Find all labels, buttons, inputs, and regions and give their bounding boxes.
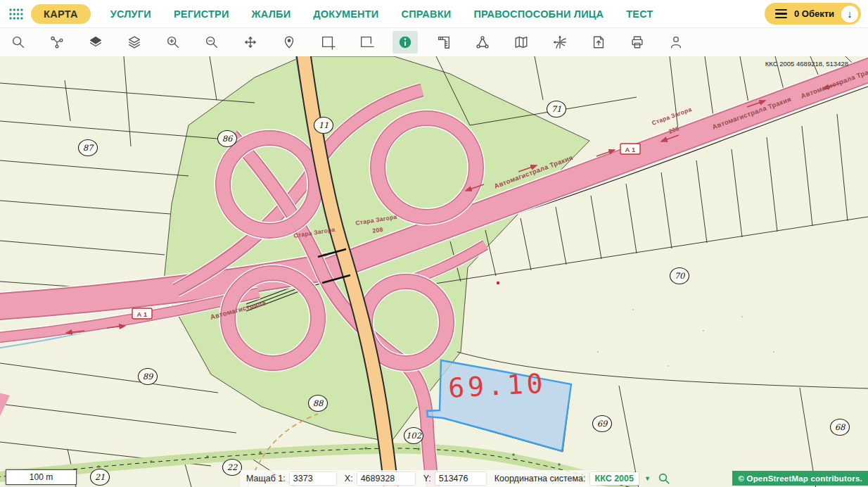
svg-text:11: 11 [319,120,329,130]
map-canvas[interactable]: 69.10 А 1А 1 Автомагистрала ТракияАвтома… [0,56,868,487]
svg-text:87: 87 [83,143,94,153]
x-label: X: [345,474,353,483]
svg-text:А 1: А 1 [625,146,637,153]
measure-area-tool-button[interactable] [470,31,495,53]
svg-text:22: 22 [227,462,238,472]
tab-karta[interactable]: КАРТА [31,4,91,24]
parcel-number-marker: 69 [593,416,612,432]
x-coordinate-input[interactable] [357,472,415,485]
map-viewport: 69.10 А 1А 1 Автомагистрала ТракияАвтома… [0,56,868,487]
svg-text:71: 71 [551,104,562,114]
map-toolbar [0,28,868,56]
click-point-marker [497,282,499,284]
objects-count-label: 0 Обекти [794,8,834,19]
menu-zhalbi[interactable]: ЖАЛБИ [252,8,291,20]
parcel-number-marker: 87 [79,140,98,156]
y-label: Y: [423,474,431,483]
location-pin-tool-button[interactable] [276,31,302,53]
menu-uslugi[interactable]: УСЛУГИ [110,8,151,20]
svg-text:А 1: А 1 [137,310,148,318]
highway-a1-badge: А 1 [132,308,152,319]
layers-solid-tool-button[interactable] [83,31,108,53]
apps-grid-icon[interactable] [8,8,24,20]
parcel-number-marker: 71 [547,101,566,118]
parcel-number-marker: 86 [218,131,237,147]
parcel-number-marker: 102 [404,428,423,444]
hamburger-icon [775,9,787,18]
parcel-number-marker: 21 [91,469,110,486]
layers-icon [127,34,142,50]
layers-tool-button[interactable] [122,31,147,53]
location-pin-icon [281,34,297,50]
pan-icon [243,34,258,50]
top-menu-bar: КАРТА УСЛУГИ РЕГИСТРИ ЖАЛБИ ДОКУМЕНТИ СП… [0,0,868,28]
collapse-arrow-icon[interactable]: ↓ [841,6,858,23]
map-sheets-icon [513,34,529,50]
export-document-tool-button[interactable] [586,31,611,53]
main-menu: УСЛУГИ РЕГИСТРИ ЖАЛБИ ДОКУМЕНТИ СПРАВКИ … [110,8,653,20]
parcel-number-marker: 88 [309,396,328,412]
measure-area-icon [475,34,490,50]
parcel-number-marker: 89 [139,369,158,385]
osm-attribution-text: © OpenStreetMap contributors. [738,474,862,483]
scale-label: Мащаб 1: [246,474,286,483]
export-document-icon [591,34,606,50]
menu-spravki[interactable]: СПРАВКИ [401,8,451,20]
crs-readout: ККС 2005 4689218, 513428 [765,60,848,68]
svg-text:88: 88 [313,398,324,408]
zoom-in-icon [165,34,181,50]
zoom-in-tool-button[interactable] [160,31,186,53]
status-bar: Мащаб 1: X: Y: Координатна система: ККС … [241,470,596,487]
crs-select[interactable]: ККС 2005 [590,472,639,485]
svg-text:70: 70 [675,271,686,281]
zoom-out-tool-button[interactable] [199,31,224,53]
svg-text:68: 68 [835,422,846,432]
pan-tool-button[interactable] [238,31,263,53]
select-rect-add-tool-button[interactable] [315,31,340,53]
highway-a1-badge: А 1 [620,144,640,154]
crs-caret-icon[interactable]: ▼ [644,475,651,482]
layers-solid-icon [88,34,103,50]
svg-text:86: 86 [222,134,234,144]
route-select-icon [49,34,65,50]
svg-text:89: 89 [143,372,154,381]
coordinate-axes-tool-button[interactable] [547,31,573,53]
zoom-out-icon [204,34,219,50]
measure-ruler-tool-button[interactable] [431,31,457,53]
svg-text:102: 102 [406,431,422,441]
svg-text:21: 21 [95,472,106,482]
coordinate-search-icon [658,472,670,485]
user-profile-icon [668,34,684,50]
info-icon [397,34,413,50]
print-tool-button[interactable] [625,31,650,53]
svg-text:69: 69 [597,419,608,429]
menu-registri[interactable]: РЕГИСТРИ [174,8,229,20]
scale-bar-label: 100 m [30,472,53,482]
menu-dokumenti[interactable]: ДОКУМЕНТИ [313,8,378,20]
coordinate-search-button[interactable] [658,472,670,485]
osm-attribution[interactable]: © OpenStreetMap contributors. [732,471,868,486]
route-select-tool-button[interactable] [44,31,70,53]
parcel-number-marker: 68 [831,419,850,436]
search-tool-button[interactable] [6,31,31,53]
scale-bar: 100 m [6,469,77,485]
menu-pravosposobni-litsa[interactable]: ПРАВОСПОСОБНИ ЛИЦА [473,8,604,20]
objects-button[interactable]: 0 Обекти ↓ [765,3,861,25]
select-rect-add-icon [320,34,336,50]
user-profile-tool-button[interactable] [663,31,689,53]
select-rect-remove-icon [359,34,374,50]
parcel-number-marker: 11 [314,118,333,134]
measure-ruler-icon [436,34,452,50]
select-rect-remove-tool-button[interactable] [354,31,379,53]
scale-input[interactable] [290,472,336,485]
map-sheets-tool-button[interactable] [509,31,534,53]
cadastre-map-app: КАРТА УСЛУГИ РЕГИСТРИ ЖАЛБИ ДОКУМЕНТИ СП… [0,0,868,487]
search-icon [11,34,26,50]
menu-test[interactable]: ТЕСТ [626,8,653,20]
parcel-number-marker: 70 [670,268,689,284]
y-coordinate-input[interactable] [435,472,486,485]
info-tool-button[interactable] [392,31,418,53]
selected-parcel-label: 69.10 [447,368,547,404]
parcel-number-marker: 22 [223,460,242,476]
print-icon [630,34,645,50]
